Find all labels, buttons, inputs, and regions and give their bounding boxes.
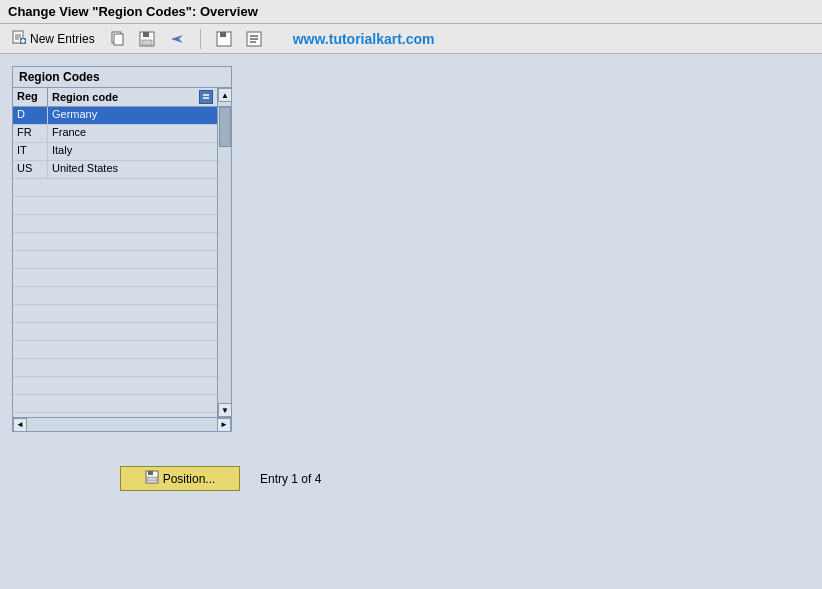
table-row[interactable]: D Germany [13,107,217,125]
scroll-track[interactable] [218,107,231,403]
bottom-bar: Position... Entry 1 of 4 [0,454,822,503]
toolbar-icon-3[interactable] [243,30,265,48]
empty-row [13,413,217,417]
entry-info: Entry 1 of 4 [260,472,321,486]
table-row[interactable]: US United States [13,161,217,179]
svg-rect-23 [147,477,157,481]
empty-row [13,215,217,233]
row-code: Germany [48,107,217,124]
col-reg-header: Reg [13,88,48,106]
column-icon[interactable] [199,90,213,104]
col-region-code-label: Region code [52,91,118,103]
toolbar-icon-2[interactable] [213,30,235,48]
empty-row [13,377,217,395]
svg-rect-11 [142,40,152,45]
new-entries-label: New Entries [30,32,95,46]
table-rows: D Germany FR France IT Italy US United S… [13,107,217,417]
table-row[interactable]: FR France [13,125,217,143]
empty-row [13,287,217,305]
svg-rect-22 [148,471,153,475]
row-reg: US [13,161,48,178]
horizontal-scrollbar: ◄ ► [13,417,231,431]
save-button[interactable] [136,30,158,48]
new-entries-icon [11,29,27,48]
empty-row [13,341,217,359]
title-bar: Change View "Region Codes": Overview [0,0,822,24]
empty-row [13,233,217,251]
toolbar-separator [200,29,201,49]
position-icon [145,470,159,487]
hscroll-track[interactable] [27,419,217,431]
table-row[interactable]: IT Italy [13,143,217,161]
position-button[interactable]: Position... [120,466,240,491]
empty-row [13,305,217,323]
empty-row [13,179,217,197]
row-reg: FR [13,125,48,142]
copy-button[interactable] [106,30,128,48]
svg-rect-18 [201,92,211,102]
row-reg: D [13,107,48,124]
empty-row [13,395,217,413]
hscroll-right-button[interactable]: ► [217,418,231,432]
navigate-button[interactable] [166,30,188,48]
table-header: Reg Region code ▲ [13,88,231,107]
scroll-thumb[interactable] [219,107,231,147]
scroll-up-button[interactable]: ▲ [218,88,232,102]
row-code: Italy [48,143,217,160]
toolbar: New Entries [0,24,822,54]
watermark-text: www.tutorialkart.com [293,31,435,47]
empty-row [13,251,217,269]
col-code-header: Region code [48,88,217,106]
empty-row [13,269,217,287]
table-rows-area: D Germany FR France IT Italy US United S… [13,107,231,417]
hscroll-left-button[interactable]: ◄ [13,418,27,432]
scroll-down-button[interactable]: ▼ [218,403,232,417]
position-btn-label: Position... [163,472,216,486]
svg-rect-13 [220,32,226,37]
page-title: Change View "Region Codes": Overview [8,4,258,19]
svg-rect-8 [114,34,123,45]
new-entries-button[interactable]: New Entries [8,28,98,49]
row-code: United States [48,161,217,178]
empty-row [13,359,217,377]
panel-title: Region Codes [13,67,231,88]
empty-row [13,323,217,341]
row-code: France [48,125,217,142]
region-codes-panel: Region Codes Reg Region code ▲ [12,66,232,432]
empty-row [13,197,217,215]
svg-rect-10 [143,32,149,37]
main-content: Region Codes Reg Region code ▲ [0,54,822,444]
row-reg: IT [13,143,48,160]
vertical-scrollbar: ▼ [217,107,231,417]
